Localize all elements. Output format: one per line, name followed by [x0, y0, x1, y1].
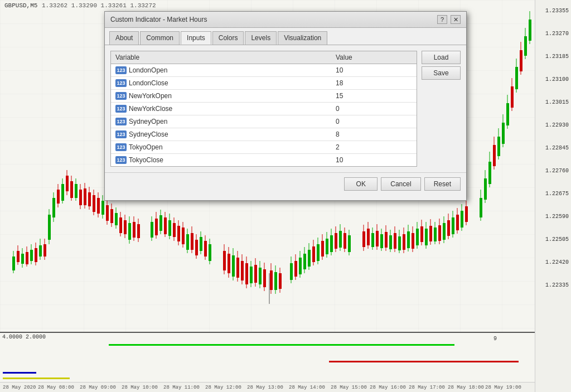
tabs-container: About Common Inputs Colors Levels Visual… [105, 28, 466, 45]
inputs-table: Variable Value 123 LondonOpen 10 123 Lon… [111, 51, 417, 166]
row-type-icon: 123 [115, 130, 127, 138]
dialog-footer: OK Cancel Reset [105, 172, 466, 195]
dialog-content: Variable Value 123 LondonOpen 10 123 Lon… [105, 45, 466, 172]
value-cell: 18 [331, 77, 417, 90]
close-button[interactable]: ✕ [451, 15, 461, 24]
tab-inputs[interactable]: Inputs [181, 31, 211, 45]
row-type-icon: 123 [115, 66, 127, 74]
variable-name: LondonClose [129, 79, 168, 87]
variable-cell: 123 TokyoClose [111, 154, 331, 167]
row-type-icon: 123 [115, 92, 127, 100]
side-buttons: Load Save [422, 51, 461, 167]
variable-cell: 123 LondonOpen [111, 64, 331, 77]
variable-cell: 123 NewYorkOpen [111, 90, 331, 103]
table-row[interactable]: 123 NewYorkOpen 15 [111, 90, 417, 103]
col-value: Value [331, 51, 417, 64]
table-row[interactable]: 123 LondonClose 18 [111, 77, 417, 90]
dialog-title: Custom Indicator - Market Hours [110, 16, 207, 23]
dialog-titlebar: Custom Indicator - Market Hours ? ✕ [105, 12, 466, 28]
variable-name: LondonOpen [129, 66, 167, 74]
value-cell: 0 [331, 103, 417, 115]
inputs-table-container: Variable Value 123 LondonOpen 10 123 Lon… [110, 51, 417, 167]
variable-name: TokyoOpen [129, 143, 163, 151]
save-button[interactable]: Save [422, 66, 461, 80]
table-row[interactable]: 123 SydneyClose 8 [111, 128, 417, 141]
help-button[interactable]: ? [437, 15, 447, 24]
value-cell: 2 [331, 141, 417, 154]
row-type-icon: 123 [115, 79, 127, 87]
tab-common[interactable]: Common [140, 31, 180, 45]
variable-name: NewYorkOpen [129, 92, 172, 100]
col-variable: Variable [111, 51, 331, 64]
variable-cell: 123 SydneyClose [111, 128, 331, 141]
reset-button[interactable]: Reset [424, 177, 461, 191]
value-cell: 10 [331, 64, 417, 77]
table-row[interactable]: 123 LondonOpen 10 [111, 64, 417, 77]
dialog-overlay: Custom Indicator - Market Hours ? ✕ Abou… [0, 0, 571, 392]
tab-visualization[interactable]: Visualization [278, 31, 327, 45]
variable-name: SydneyClose [129, 130, 168, 138]
variable-name: NewYorkClose [129, 105, 172, 113]
variable-cell: 123 NewYorkClose [111, 103, 331, 115]
variable-cell: 123 SydneyOpen [111, 115, 331, 128]
table-row[interactable]: 123 SydneyOpen 0 [111, 115, 417, 128]
tab-levels[interactable]: Levels [245, 31, 277, 45]
dialog-controls: ? ✕ [437, 15, 461, 24]
value-cell: 10 [331, 154, 417, 167]
tab-about[interactable]: About [109, 31, 139, 45]
table-row[interactable]: 123 TokyoOpen 2 [111, 141, 417, 154]
load-button[interactable]: Load [422, 51, 461, 64]
row-type-icon: 123 [115, 118, 127, 125]
variable-name: SydneyOpen [129, 118, 167, 125]
value-cell: 8 [331, 128, 417, 141]
row-type-icon: 123 [115, 143, 127, 151]
cancel-button[interactable]: Cancel [381, 177, 420, 191]
ok-button[interactable]: OK [344, 177, 378, 191]
variable-name: TokyoClose [129, 156, 163, 164]
tab-colors[interactable]: Colors [212, 31, 244, 45]
variable-cell: 123 TokyoOpen [111, 141, 331, 154]
custom-indicator-dialog: Custom Indicator - Market Hours ? ✕ Abou… [104, 11, 467, 201]
value-cell: 0 [331, 115, 417, 128]
value-cell: 15 [331, 90, 417, 103]
table-row[interactable]: 123 TokyoClose 10 [111, 154, 417, 167]
row-type-icon: 123 [115, 156, 127, 164]
table-row[interactable]: 123 NewYorkClose 0 [111, 103, 417, 115]
variable-cell: 123 LondonClose [111, 77, 331, 90]
row-type-icon: 123 [115, 105, 127, 113]
